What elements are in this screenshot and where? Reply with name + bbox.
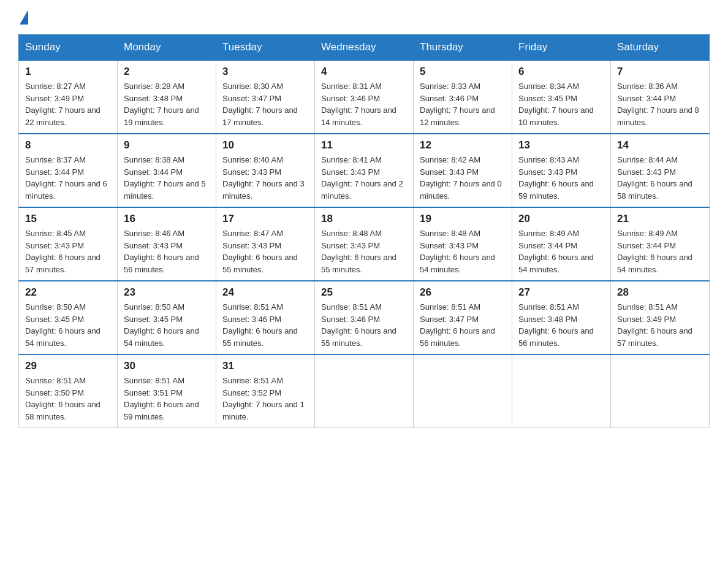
day-info: Sunrise: 8:50 AMSunset: 3:45 PMDaylight:… (25, 301, 111, 349)
day-info: Sunrise: 8:37 AMSunset: 3:44 PMDaylight:… (25, 154, 111, 202)
calendar-cell: 9Sunrise: 8:38 AMSunset: 3:44 PMDaylight… (118, 134, 216, 207)
calendar-cell: 26Sunrise: 8:51 AMSunset: 3:47 PMDayligh… (414, 281, 512, 354)
day-info: Sunrise: 8:51 AMSunset: 3:52 PMDaylight:… (222, 375, 308, 423)
day-number: 15 (25, 213, 111, 225)
calendar-cell: 28Sunrise: 8:51 AMSunset: 3:49 PMDayligh… (611, 281, 710, 354)
calendar-cell: 3Sunrise: 8:30 AMSunset: 3:47 PMDaylight… (216, 60, 315, 134)
calendar-cell: 19Sunrise: 8:48 AMSunset: 3:43 PMDayligh… (414, 207, 512, 281)
header-wednesday: Wednesday (315, 35, 414, 61)
day-info: Sunrise: 8:47 AMSunset: 3:43 PMDaylight:… (222, 228, 308, 275)
calendar-cell: 5Sunrise: 8:33 AMSunset: 3:46 PMDaylight… (414, 60, 512, 134)
day-info: Sunrise: 8:31 AMSunset: 3:46 PMDaylight:… (321, 80, 407, 128)
calendar-cell (512, 354, 611, 428)
calendar-cell (315, 354, 414, 428)
day-number: 9 (124, 139, 210, 151)
calendar-cell: 10Sunrise: 8:40 AMSunset: 3:43 PMDayligh… (216, 134, 315, 207)
day-number: 3 (222, 66, 308, 78)
day-info: Sunrise: 8:42 AMSunset: 3:43 PMDaylight:… (420, 154, 506, 202)
day-info: Sunrise: 8:30 AMSunset: 3:47 PMDaylight:… (222, 80, 308, 128)
calendar-cell: 16Sunrise: 8:46 AMSunset: 3:43 PMDayligh… (118, 207, 216, 281)
calendar-week-row: 8Sunrise: 8:37 AMSunset: 3:44 PMDaylight… (19, 134, 710, 207)
calendar-cell: 24Sunrise: 8:51 AMSunset: 3:46 PMDayligh… (216, 281, 315, 354)
day-number: 12 (420, 139, 506, 151)
day-info: Sunrise: 8:51 AMSunset: 3:46 PMDaylight:… (222, 301, 308, 349)
day-info: Sunrise: 8:51 AMSunset: 3:51 PMDaylight:… (124, 375, 210, 423)
day-info: Sunrise: 8:36 AMSunset: 3:44 PMDaylight:… (617, 80, 703, 128)
calendar-cell: 29Sunrise: 8:51 AMSunset: 3:50 PMDayligh… (19, 354, 118, 428)
day-info: Sunrise: 8:51 AMSunset: 3:47 PMDaylight:… (420, 301, 506, 349)
calendar-cell: 11Sunrise: 8:41 AMSunset: 3:43 PMDayligh… (315, 134, 414, 207)
day-info: Sunrise: 8:48 AMSunset: 3:43 PMDaylight:… (321, 228, 407, 275)
day-info: Sunrise: 8:45 AMSunset: 3:43 PMDaylight:… (25, 228, 111, 275)
day-number: 26 (420, 286, 506, 299)
day-number: 22 (25, 286, 111, 299)
calendar-cell: 7Sunrise: 8:36 AMSunset: 3:44 PMDaylight… (611, 60, 710, 134)
day-info: Sunrise: 8:51 AMSunset: 3:49 PMDaylight:… (617, 301, 703, 349)
calendar-header-row: SundayMondayTuesdayWednesdayThursdayFrid… (19, 35, 710, 61)
day-info: Sunrise: 8:44 AMSunset: 3:43 PMDaylight:… (617, 154, 703, 202)
day-number: 5 (420, 66, 506, 78)
calendar-cell: 4Sunrise: 8:31 AMSunset: 3:46 PMDaylight… (315, 60, 414, 134)
calendar-cell: 12Sunrise: 8:42 AMSunset: 3:43 PMDayligh… (414, 134, 512, 207)
day-info: Sunrise: 8:49 AMSunset: 3:44 PMDaylight:… (518, 228, 604, 275)
header-tuesday: Tuesday (216, 35, 315, 61)
day-info: Sunrise: 8:28 AMSunset: 3:48 PMDaylight:… (124, 80, 210, 128)
day-number: 30 (124, 360, 210, 372)
day-number: 1 (25, 66, 111, 78)
day-number: 13 (518, 139, 604, 151)
calendar-cell: 23Sunrise: 8:50 AMSunset: 3:45 PMDayligh… (118, 281, 216, 354)
calendar-cell: 15Sunrise: 8:45 AMSunset: 3:43 PMDayligh… (19, 207, 118, 281)
day-info: Sunrise: 8:46 AMSunset: 3:43 PMDaylight:… (124, 228, 210, 275)
header-saturday: Saturday (611, 35, 710, 61)
day-info: Sunrise: 8:38 AMSunset: 3:44 PMDaylight:… (124, 154, 210, 202)
calendar-table: SundayMondayTuesdayWednesdayThursdayFrid… (18, 34, 710, 428)
day-info: Sunrise: 8:51 AMSunset: 3:48 PMDaylight:… (518, 301, 604, 349)
header-monday: Monday (118, 35, 216, 61)
calendar-cell (414, 354, 512, 428)
day-number: 16 (124, 213, 210, 225)
calendar-cell: 31Sunrise: 8:51 AMSunset: 3:52 PMDayligh… (216, 354, 315, 428)
calendar-cell: 13Sunrise: 8:43 AMSunset: 3:43 PMDayligh… (512, 134, 611, 207)
calendar-cell: 2Sunrise: 8:28 AMSunset: 3:48 PMDaylight… (118, 60, 216, 134)
page-header (18, 12, 710, 22)
day-number: 17 (222, 213, 308, 225)
day-info: Sunrise: 8:50 AMSunset: 3:45 PMDaylight:… (124, 301, 210, 349)
day-number: 14 (617, 139, 703, 151)
day-number: 31 (222, 360, 308, 372)
day-number: 4 (321, 66, 407, 78)
day-number: 6 (518, 66, 604, 78)
calendar-week-row: 22Sunrise: 8:50 AMSunset: 3:45 PMDayligh… (19, 281, 710, 354)
calendar-cell: 30Sunrise: 8:51 AMSunset: 3:51 PMDayligh… (118, 354, 216, 428)
day-number: 2 (124, 66, 210, 78)
day-number: 21 (617, 213, 703, 225)
day-number: 25 (321, 286, 407, 299)
day-info: Sunrise: 8:48 AMSunset: 3:43 PMDaylight:… (420, 228, 506, 275)
day-number: 10 (222, 139, 308, 151)
calendar-cell: 25Sunrise: 8:51 AMSunset: 3:46 PMDayligh… (315, 281, 414, 354)
calendar-cell: 6Sunrise: 8:34 AMSunset: 3:45 PMDaylight… (512, 60, 611, 134)
calendar-cell (611, 354, 710, 428)
header-friday: Friday (512, 35, 611, 61)
calendar-cell: 17Sunrise: 8:47 AMSunset: 3:43 PMDayligh… (216, 207, 315, 281)
calendar-cell: 1Sunrise: 8:27 AMSunset: 3:49 PMDaylight… (19, 60, 118, 134)
day-info: Sunrise: 8:34 AMSunset: 3:45 PMDaylight:… (518, 80, 604, 128)
day-number: 29 (25, 360, 111, 372)
calendar-week-row: 1Sunrise: 8:27 AMSunset: 3:49 PMDaylight… (19, 60, 710, 134)
calendar-cell: 21Sunrise: 8:49 AMSunset: 3:44 PMDayligh… (611, 207, 710, 281)
calendar-cell: 27Sunrise: 8:51 AMSunset: 3:48 PMDayligh… (512, 281, 611, 354)
header-thursday: Thursday (414, 35, 512, 61)
day-info: Sunrise: 8:51 AMSunset: 3:46 PMDaylight:… (321, 301, 407, 349)
day-number: 28 (617, 286, 703, 299)
day-info: Sunrise: 8:33 AMSunset: 3:46 PMDaylight:… (420, 80, 506, 128)
day-number: 23 (124, 286, 210, 299)
day-number: 20 (518, 213, 604, 225)
day-info: Sunrise: 8:40 AMSunset: 3:43 PMDaylight:… (222, 154, 308, 202)
day-info: Sunrise: 8:49 AMSunset: 3:44 PMDaylight:… (617, 228, 703, 275)
day-number: 24 (222, 286, 308, 299)
day-info: Sunrise: 8:27 AMSunset: 3:49 PMDaylight:… (25, 80, 111, 128)
day-number: 19 (420, 213, 506, 225)
day-number: 18 (321, 213, 407, 225)
header-sunday: Sunday (19, 35, 118, 61)
calendar-cell: 20Sunrise: 8:49 AMSunset: 3:44 PMDayligh… (512, 207, 611, 281)
logo (18, 12, 28, 22)
